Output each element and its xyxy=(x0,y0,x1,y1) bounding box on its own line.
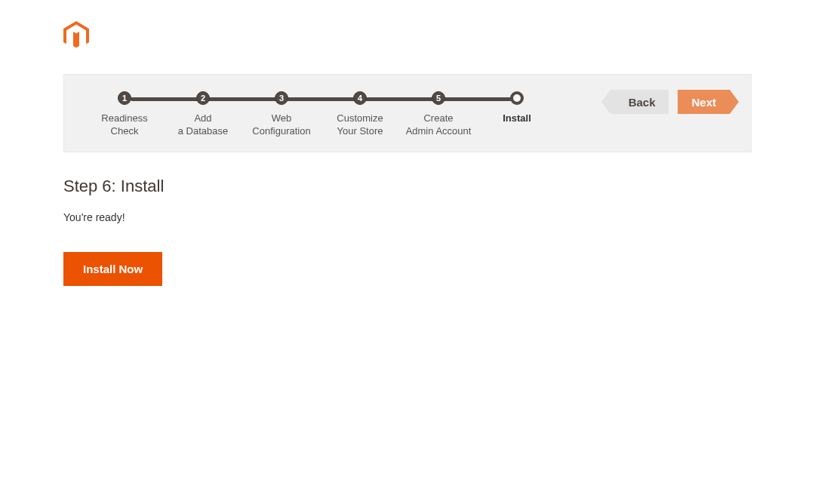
step-number-badge: 2 xyxy=(196,91,210,105)
back-button[interactable]: Back xyxy=(610,90,669,114)
step-label: Customize Your Store xyxy=(337,112,383,138)
step-label: Install xyxy=(503,112,531,125)
step-number-badge: 4 xyxy=(353,91,367,105)
step-current-indicator xyxy=(510,91,524,105)
step-number-badge: 1 xyxy=(118,91,131,105)
step-progress-line xyxy=(131,97,523,101)
next-button[interactable]: Next xyxy=(678,90,730,114)
step-label: Readiness Check xyxy=(101,112,147,138)
wizard-progress-bar: 1 Readiness Check 2 Add a Database 3 Web… xyxy=(63,74,752,152)
step-label: Create Admin Account xyxy=(406,112,472,138)
step-label: Add a Database xyxy=(178,112,229,138)
steps-container: 1 Readiness Check 2 Add a Database 3 Web… xyxy=(85,91,610,138)
step-label: Web Configuration xyxy=(252,112,310,138)
nav-buttons: Back Next xyxy=(610,90,730,114)
step-install[interactable]: Install xyxy=(478,91,556,125)
page-title: Step 6: Install xyxy=(63,177,752,196)
main-content: Step 6: Install You're ready! Install No… xyxy=(63,152,752,286)
step-number-badge: 3 xyxy=(275,91,288,105)
step-number-badge: 5 xyxy=(432,91,445,105)
magento-logo xyxy=(63,21,752,53)
install-now-button[interactable]: Install Now xyxy=(63,252,162,286)
svg-marker-1 xyxy=(73,32,79,48)
ready-message: You're ready! xyxy=(63,211,752,223)
